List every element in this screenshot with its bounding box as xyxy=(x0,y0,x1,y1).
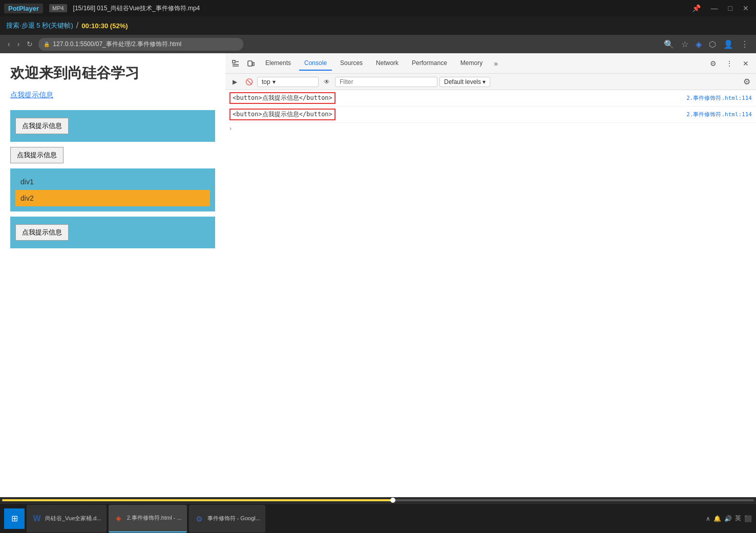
browser-right-icons: 🔍 ☆ ◈ ⬡ 👤 ⋮ xyxy=(662,38,751,50)
html-icon: ◈ xyxy=(114,513,124,523)
seek-text: 搜索·步退 5 秒(关键帧) xyxy=(6,21,73,30)
console-row: <button>点我提示信息</button> 2.事件修饰符.html:114 xyxy=(225,90,756,106)
tab-sources[interactable]: Sources xyxy=(335,56,368,71)
extensions2-icon[interactable]: ⬡ xyxy=(707,38,718,50)
svg-rect-5 xyxy=(253,62,254,66)
menu-icon[interactable]: ⋮ xyxy=(739,38,751,50)
console-button-tag-2: <button>点我提示信息</button> xyxy=(229,109,335,120)
devtools-close-button[interactable]: ✕ xyxy=(739,56,753,71)
webpage-area: 欢迎来到尚硅谷学习 点我提示信息 点我提示信息 点我提示信息 div1 div2… xyxy=(0,53,225,497)
browser-nav-controls: ‹ › ↻ xyxy=(5,39,35,49)
window-controls: 📌 — □ ✕ xyxy=(689,3,752,13)
button3[interactable]: 点我提示信息 xyxy=(15,224,69,241)
browser-chrome: ‹ › ↻ 🔒 127.0.0.1:5500/07_事件处理/2.事件修饰符.h… xyxy=(0,35,756,53)
progress-thumb xyxy=(390,498,395,503)
inspect-element-button[interactable] xyxy=(228,56,243,71)
close-button[interactable]: ✕ xyxy=(740,3,752,13)
tab-elements[interactable]: Elements xyxy=(260,56,296,71)
zoom-icon[interactable]: 🔍 xyxy=(662,38,676,50)
taskbar-item-html[interactable]: ◈ 2.事件修饰符.html - ... xyxy=(109,505,187,532)
tab-memory[interactable]: Memory xyxy=(455,56,488,71)
button1[interactable]: 点我提示信息 xyxy=(15,118,69,134)
log-levels-dropdown[interactable]: Default levels ▾ xyxy=(439,77,490,87)
context-label: top xyxy=(262,78,270,86)
taskbar-item-word[interactable]: W 尚硅谷_Vue全家桶.d... xyxy=(27,505,107,532)
word-icon: W xyxy=(32,514,42,524)
format-tag: MP4 xyxy=(49,4,67,12)
taskbar-word-label: 尚硅谷_Vue全家桶.d... xyxy=(45,515,101,522)
console-source-link-1[interactable]: 2.事件修饰符.html:114 xyxy=(686,94,752,102)
devtools-panel: Elements Console Sources Network Perform… xyxy=(225,53,756,497)
eye-button[interactable]: 👁 xyxy=(321,76,333,88)
svg-rect-0 xyxy=(233,60,235,63)
taskbar-html-label: 2.事件修饰符.html - ... xyxy=(127,514,182,522)
console-output: <button>点我提示信息</button> 2.事件修饰符.html:114… xyxy=(225,90,756,497)
address-bar[interactable]: 🔒 127.0.0.1:5500/07_事件处理/2.事件修饰符.html xyxy=(38,38,243,51)
seek-overlay: 搜索·步退 5 秒(关键帧) / 00:10:30 (52%) xyxy=(0,16,756,35)
forward-button[interactable]: › xyxy=(15,39,23,49)
screen-icon[interactable]: ⬛ xyxy=(744,515,752,522)
tab-console[interactable]: Console xyxy=(299,56,332,71)
console-row: <button>点我提示信息</button> 2.事件修饰符.html:114 xyxy=(225,106,756,123)
back-button[interactable]: ‹ xyxy=(5,39,13,49)
extensions-icon[interactable]: ◈ xyxy=(694,38,704,50)
pin-button[interactable]: 📌 xyxy=(689,3,704,13)
console-row-content-2: <button>点我提示信息</button> xyxy=(229,109,686,120)
more-tabs-button[interactable]: » xyxy=(490,56,502,71)
run-button[interactable]: ▶ xyxy=(228,76,241,88)
expand-arrow-icon: › xyxy=(229,125,232,132)
console-row-content: <button>点我提示信息</button> xyxy=(229,92,686,104)
div1[interactable]: div1 xyxy=(15,174,210,190)
devtools-tabbar: Elements Console Sources Network Perform… xyxy=(225,53,756,74)
context-dropdown-icon: ▾ xyxy=(272,78,276,86)
profile-icon[interactable]: 👤 xyxy=(721,38,736,50)
content-area: 欢迎来到尚硅谷学习 点我提示信息 点我提示信息 点我提示信息 div1 div2… xyxy=(0,53,756,497)
refresh-button[interactable]: ↻ xyxy=(24,39,35,49)
seek-time: 00:10:30 (52%) xyxy=(81,22,128,30)
player-bottom: ▶ ⬛ ⏮ ⏭ ⏏ 00:10:30 / 00:19:57 S/W AVC1 A… xyxy=(0,497,756,533)
start-icon: ⊞ xyxy=(11,514,18,523)
taskbar-chrome-label: 事件修饰符 - Googl... xyxy=(207,515,260,522)
taskbar-item-chrome[interactable]: ⊙ 事件修饰符 - Googl... xyxy=(189,505,265,532)
devtools-more-button[interactable]: ⋮ xyxy=(722,56,737,71)
clear-console-button[interactable]: 🚫 xyxy=(243,76,255,88)
console-toolbar: ▶ 🚫 top ▾ 👁 Default levels ▾ ⚙ xyxy=(225,74,756,90)
bookmark-icon[interactable]: ☆ xyxy=(679,38,690,50)
button2-section: 点我提示信息 xyxy=(10,147,215,163)
devtools-settings-button[interactable]: ⚙ xyxy=(706,56,720,71)
console-button-tag-1: <button>点我提示信息</button> xyxy=(229,92,335,104)
url-text: 127.0.0.1:5500/07_事件处理/2.事件修饰符.html xyxy=(53,40,181,49)
windows-taskbar: ⊞ W 尚硅谷_Vue全家桶.d... ◈ 2.事件修饰符.html - ...… xyxy=(0,503,756,533)
progress-bar-row[interactable] xyxy=(0,497,756,503)
start-button[interactable]: ⊞ xyxy=(4,508,25,529)
system-tray: ∧ 🔔 🔊 英 ⬛ xyxy=(706,514,752,523)
language-indicator[interactable]: 英 xyxy=(735,514,741,523)
minimize-button[interactable]: — xyxy=(708,3,721,13)
progress-track[interactable] xyxy=(2,499,754,501)
tray-chevron[interactable]: ∧ xyxy=(706,515,710,522)
video-title: [15/168] 015_尚硅谷Vue技术_事件修饰符.mp4 xyxy=(73,4,200,13)
context-selector[interactable]: top ▾ xyxy=(257,77,319,87)
tab-performance[interactable]: Performance xyxy=(407,56,452,71)
notification-icon[interactable]: 🔔 xyxy=(713,515,721,522)
button1-section: 点我提示信息 xyxy=(10,110,215,142)
div2[interactable]: div2 xyxy=(15,190,210,206)
chrome-icon: ⊙ xyxy=(194,514,204,524)
filter-input[interactable] xyxy=(335,77,437,87)
device-toolbar-button[interactable] xyxy=(244,56,258,71)
div-container: div1 div2 xyxy=(10,168,215,211)
volume-tray-icon[interactable]: 🔊 xyxy=(724,515,732,522)
log-levels-label: Default levels ▾ xyxy=(444,78,486,86)
button2[interactable]: 点我提示信息 xyxy=(10,147,64,163)
console-source-link-2[interactable]: 2.事件修饰符.html:114 xyxy=(686,111,752,118)
console-expand-row[interactable]: › xyxy=(225,123,756,134)
svg-rect-4 xyxy=(248,61,252,66)
secure-icon: 🔒 xyxy=(44,41,50,47)
tab-network[interactable]: Network xyxy=(371,56,404,71)
potplayer-logo[interactable]: PotPlayer xyxy=(4,4,43,13)
page-link[interactable]: 点我提示信息 xyxy=(10,91,215,100)
restore-button[interactable]: □ xyxy=(725,3,736,13)
progress-fill xyxy=(2,499,393,501)
console-settings-button[interactable]: ⚙ xyxy=(741,76,753,88)
seek-divider: / xyxy=(76,21,78,30)
